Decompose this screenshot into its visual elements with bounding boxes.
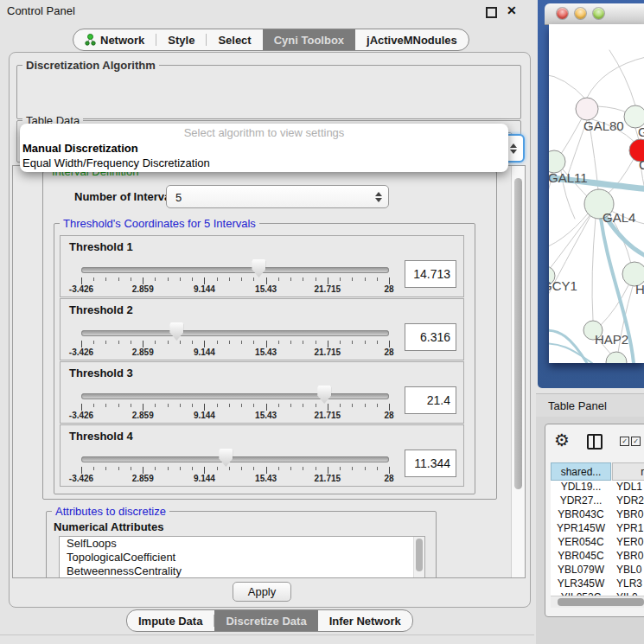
bottom-tab-impute-data[interactable]: Impute Data	[127, 610, 214, 631]
gear-icon[interactable]: ⚙	[554, 431, 570, 449]
slider-handle[interactable]	[219, 449, 233, 467]
float-window-icon[interactable]	[486, 7, 497, 18]
tick-mark	[278, 277, 279, 281]
network-edge	[549, 74, 587, 100]
tab-jactivemnodules[interactable]: jActiveMNodules	[355, 29, 469, 50]
threshold-value-field[interactable]	[405, 260, 456, 288]
tick-mark	[118, 467, 119, 470]
cell-shared-name[interactable]: YBR045C	[551, 550, 611, 562]
tick-label: 2.859	[132, 348, 154, 357]
cell-name[interactable]: YBR0	[616, 550, 644, 562]
tick-mark	[340, 404, 341, 407]
cell-name[interactable]: YDL1	[616, 481, 644, 493]
scrollbar-thumb[interactable]	[558, 598, 644, 606]
apply-button[interactable]: Apply	[233, 582, 291, 602]
tab-label: Cyni Toolbox	[274, 34, 344, 47]
dropdown-option[interactable]: Manual Discretization	[20, 141, 508, 156]
table-row[interactable]: YLR345WYLR3	[551, 577, 644, 591]
column-header-shared-name[interactable]: shared...	[551, 462, 611, 481]
cell-shared-name[interactable]: YPR145W	[551, 522, 611, 534]
tick-mark	[81, 467, 82, 474]
network-canvas[interactable]: GAL80GACGAL11GAL4GCY1HHAP2	[549, 24, 644, 363]
table-row[interactable]: YBR043CYBR0	[551, 508, 644, 522]
cell-shared-name[interactable]: YLR345W	[551, 577, 611, 590]
tick-label: 15.43	[255, 284, 277, 294]
list-item[interactable]: SelfLoops	[60, 537, 424, 551]
cell-name[interactable]: YDR2	[616, 494, 644, 507]
tick-label: 9.144	[194, 284, 215, 294]
tick-mark	[204, 404, 205, 411]
control-panel-tabbar: NetworkStyleSelectCyni ToolboxjActiveMNo…	[73, 29, 469, 51]
tick-mark	[278, 404, 279, 407]
slider-handle[interactable]	[169, 322, 183, 341]
tick-mark	[229, 467, 230, 470]
cell-name[interactable]: YPR1	[616, 522, 644, 534]
threshold-slider[interactable]: -3.4262.8599.14415.4321.71528	[81, 299, 389, 360]
threshold-value-field[interactable]	[405, 386, 456, 414]
cell-shared-name[interactable]: YBL079W	[551, 564, 611, 576]
tick-mark	[131, 467, 131, 470]
tab-style[interactable]: Style	[156, 29, 206, 50]
table-row[interactable]: YBR045CYBR0	[551, 550, 644, 564]
table-row[interactable]: YPR145WYPR1	[551, 522, 644, 536]
scrollbar-thumb[interactable]	[514, 178, 522, 489]
tick-mark	[229, 277, 230, 281]
tick-mark	[168, 467, 169, 470]
cell-shared-name[interactable]: YBR043C	[551, 508, 611, 520]
slider-handle[interactable]	[252, 259, 265, 277]
tick-mark	[131, 341, 131, 344]
tab-network[interactable]: Network	[73, 29, 156, 50]
node-label: H	[635, 282, 644, 296]
columns-icon[interactable]	[587, 434, 603, 450]
threshold-value-field[interactable]	[405, 450, 456, 477]
number-of-intervals-combobox[interactable]: 5	[166, 185, 389, 208]
tick-mark	[93, 404, 94, 407]
close-icon[interactable]: ✕	[507, 3, 517, 17]
cell-shared-name[interactable]: YDR27...	[551, 494, 611, 507]
list-item[interactable]: TopologicalCoefficient	[60, 551, 424, 564]
horizontal-scrollbar[interactable]	[551, 596, 644, 608]
tick-mark	[93, 277, 94, 281]
slider-handle[interactable]	[317, 386, 331, 404]
threshold-slider[interactable]: -3.4262.8599.14415.4321.71528	[81, 362, 389, 423]
table-row[interactable]: YDR27...YDR2	[551, 494, 644, 508]
cell-name[interactable]: YER0	[616, 536, 644, 548]
threshold-slider[interactable]: -3.4262.8599.14415.4321.71528	[81, 425, 389, 486]
table-row[interactable]: YBL079WYBL0	[551, 564, 644, 577]
minimize-button[interactable]	[575, 8, 586, 19]
list-item[interactable]: BetweennessCentrality	[60, 564, 424, 578]
tick-mark	[217, 467, 218, 470]
checkboxes-icon[interactable]: ✓ ✓	[620, 437, 641, 446]
numerical-attributes-list[interactable]: SelfLoopsTopologicalCoefficientBetweenne…	[59, 536, 425, 578]
zoom-button[interactable]	[593, 8, 604, 19]
list-scrollbar[interactable]	[413, 537, 424, 577]
bottom-tab-discretize-data[interactable]: Discretize Data	[214, 610, 317, 631]
node-label: GAL4	[603, 210, 635, 225]
column-header-name[interactable]: na	[612, 462, 644, 481]
tab-cyni-toolbox[interactable]: Cyni Toolbox	[263, 29, 355, 50]
cell-shared-name[interactable]: YDL19...	[551, 481, 611, 493]
network-window-titlebar[interactable]	[545, 3, 644, 25]
threshold-slider[interactable]: -3.4262.8599.14415.4321.71528	[81, 236, 389, 296]
table-row[interactable]: YER054CYER0	[551, 536, 644, 550]
dropdown-option[interactable]: Equal Width/Frequency Discretization	[20, 156, 508, 170]
cell-name[interactable]: YLR3	[616, 577, 644, 590]
threshold-value-field[interactable]	[405, 323, 456, 351]
tab-select[interactable]: Select	[207, 29, 262, 50]
cell-shared-name[interactable]: YER054C	[551, 536, 611, 548]
bottom-tab-infer-network[interactable]: Infer Network	[318, 610, 412, 631]
network-node-GAL80[interactable]	[576, 98, 598, 120]
vertical-scrollbar[interactable]	[511, 166, 525, 577]
tick-mark	[352, 404, 353, 407]
tick-label: 28	[384, 284, 393, 294]
discretization-algorithm-group: Discretization Algorithm	[16, 65, 521, 119]
table-row[interactable]: YDL19...YDL1	[551, 481, 644, 494]
scrollbar-thumb[interactable]	[416, 539, 423, 571]
cell-name[interactable]: YBL0	[616, 564, 644, 576]
close-button[interactable]	[557, 8, 568, 19]
network-node-node-cut-bottom[interactable]	[606, 352, 627, 363]
node-label: GCY1	[549, 278, 577, 293]
cell-name[interactable]: YBR0	[616, 508, 644, 520]
tick-mark	[204, 467, 205, 474]
tick-mark	[365, 341, 366, 344]
